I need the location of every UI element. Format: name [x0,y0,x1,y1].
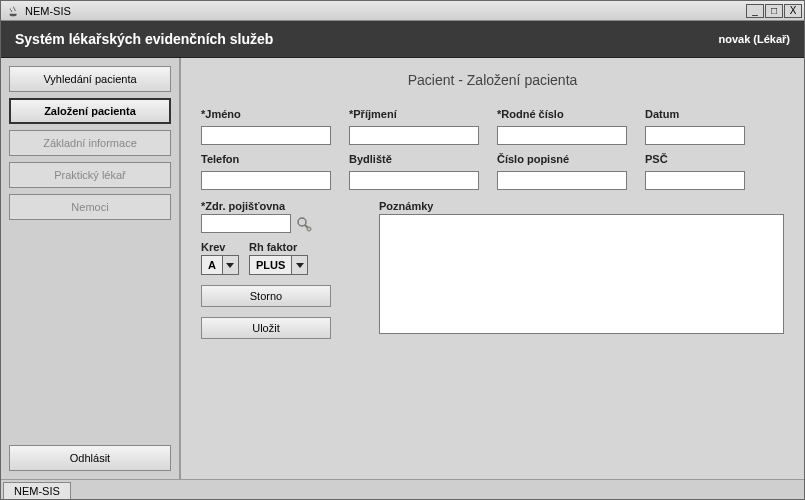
chevron-down-icon [291,256,307,274]
app-header: Systém lékařských evidenčních služeb nov… [1,21,804,58]
psc-field[interactable] [645,171,745,190]
rh-select[interactable]: PLUS [249,255,308,275]
telefon-field[interactable] [201,171,331,190]
java-cup-icon [7,4,21,18]
window-controls: _ □ X [745,4,802,18]
prijmeni-field[interactable] [349,126,479,145]
window-title: NEM-SIS [25,5,745,17]
ulozit-button[interactable]: Uložit [201,317,331,339]
label-pojistovna: *Zdr. pojišťovna [201,200,361,214]
rh-value: PLUS [250,259,291,271]
label-psc: PSČ [645,153,745,167]
sidebar-item-illnesses: Nemoci [9,194,171,220]
minimize-button[interactable]: _ [746,4,764,18]
svg-point-2 [307,227,311,231]
bottom-tabstrip: NEM-SIS [1,479,804,499]
label-krev: Krev [201,241,239,255]
form-row-1: *Jméno *Příjmení *Rodné číslo Datum [201,108,784,145]
close-button[interactable]: X [784,4,802,18]
notes-column: Poznámky [379,200,784,336]
label-jmeno: *Jméno [201,108,331,122]
svg-point-0 [298,218,306,226]
cislo-popisne-field[interactable] [497,171,627,190]
user-label: novak (Lékař) [718,33,790,45]
main-content: Pacient - Založení pacienta *Jméno *Příj… [181,58,804,479]
rodne-cislo-field[interactable] [497,126,627,145]
krev-select[interactable]: A [201,255,239,275]
storno-button[interactable]: Storno [201,285,331,307]
page-title: Pacient - Založení pacienta [201,72,784,88]
label-cislo-popisne: Číslo popisné [497,153,627,167]
sidebar-item-practitioner: Praktický lékař [9,162,171,188]
label-datum: Datum [645,108,745,122]
app-subtitle: Systém lékařských evidenčních služeb [15,31,273,47]
titlebar: NEM-SIS _ □ X [1,1,804,21]
app-body: Vyhledání pacienta Založení pacienta Zák… [1,58,804,479]
sidebar-item-create-patient[interactable]: Založení pacienta [9,98,171,124]
jmeno-field[interactable] [201,126,331,145]
poznamky-field[interactable] [379,214,784,334]
sidebar-item-search-patient[interactable]: Vyhledání pacienta [9,66,171,92]
krev-value: A [202,259,222,271]
label-rodne-cislo: *Rodné číslo [497,108,627,122]
label-rh: Rh faktor [249,241,308,255]
datum-field[interactable] [645,126,745,145]
app-window: NEM-SIS _ □ X Systém lékařských evidenčn… [0,0,805,500]
sidebar: Vyhledání pacienta Založení pacienta Zák… [1,58,181,479]
form-left-column: *Zdr. pojišťovna Krev A [201,200,361,339]
chevron-down-icon [222,256,238,274]
label-poznamky: Poznámky [379,200,784,214]
label-prijmeni: *Příjmení [349,108,479,122]
bydliste-field[interactable] [349,171,479,190]
logout-button[interactable]: Odhlásit [9,445,171,471]
form-lower: *Zdr. pojišťovna Krev A [201,200,784,339]
pojistovna-field[interactable] [201,214,291,233]
tab-nemsis[interactable]: NEM-SIS [3,482,71,499]
maximize-button[interactable]: □ [765,4,783,18]
sidebar-item-basic-info: Základní informace [9,130,171,156]
label-bydliste: Bydliště [349,153,479,167]
lookup-icon[interactable] [295,215,313,233]
form-row-2: Telefon Bydliště Číslo popisné PSČ [201,153,784,190]
label-telefon: Telefon [201,153,331,167]
